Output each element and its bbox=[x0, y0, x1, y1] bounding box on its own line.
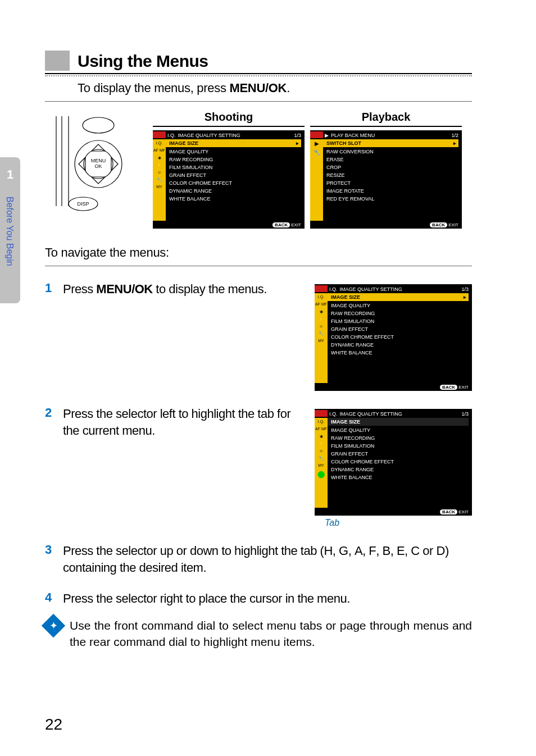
shooting-menu-screenshot: I.Q.IMAGE QUALITY SETTING 1/3 I.Q. AF MF… bbox=[153, 130, 305, 229]
svg-text:DISP: DISP bbox=[77, 201, 89, 207]
svg-text:MENU: MENU bbox=[91, 158, 106, 163]
step1-menu-screenshot: I.Q.IMAGE QUALITY SETTING 1/3 I.Q. AF MF… bbox=[315, 284, 472, 391]
playback-menu-screenshot: ▶PLAY BACK MENU 1/2 ▶ 🔧 SWITCH SLOT▸ RAW… bbox=[310, 130, 462, 229]
step-3: 3 Press the selector up or down to highl… bbox=[45, 543, 472, 576]
step-number: 1 bbox=[45, 281, 56, 391]
note-icon: ✦ bbox=[42, 614, 65, 637]
chapter-side-tab: 1 Before You Begin bbox=[0, 157, 20, 303]
step-text: Press the selector left to highlight the… bbox=[63, 406, 308, 528]
title-block-decor bbox=[45, 51, 70, 71]
dotted-rule bbox=[45, 73, 472, 76]
section-title-row: Using the Menus bbox=[45, 51, 472, 74]
svg-text:OK: OK bbox=[94, 163, 102, 169]
playback-panel: Playback ▶PLAY BACK MENU 1/2 ▶ 🔧 SWITCH … bbox=[310, 111, 462, 229]
shooting-panel: Shooting I.Q.IMAGE QUALITY SETTING 1/3 I… bbox=[153, 111, 305, 229]
note-text: Use the front command dial to select men… bbox=[70, 617, 472, 650]
section-subtitle: To display the menus, press MENU/OK. bbox=[78, 81, 472, 95]
step-number: 3 bbox=[45, 543, 56, 576]
divider bbox=[45, 101, 472, 102]
page-number: 22 bbox=[45, 716, 62, 734]
tab-caption: Tab bbox=[325, 518, 472, 528]
svg-point-0 bbox=[83, 117, 114, 133]
divider bbox=[45, 266, 472, 266]
step2-menu-screenshot: I.Q.IMAGE QUALITY SETTING 1/3 I.Q. AF MF… bbox=[315, 409, 472, 516]
step-number: 4 bbox=[45, 590, 56, 607]
chapter-label: Before You Begin bbox=[4, 197, 15, 266]
shooting-header: Shooting bbox=[153, 111, 305, 127]
playback-header: Playback bbox=[310, 111, 462, 127]
step-text: Press the selector right to place the cu… bbox=[63, 590, 472, 607]
step-1: 1 Press MENU/OK to display the menus. I.… bbox=[45, 281, 472, 391]
camera-back-illustration: MENU OK DISP bbox=[45, 111, 147, 212]
section-title: Using the Menus bbox=[78, 52, 208, 71]
step-text: Press MENU/OK to display the menus. bbox=[63, 281, 308, 391]
note: ✦ Use the front command dial to select m… bbox=[45, 617, 472, 650]
chapter-number: 1 bbox=[0, 167, 20, 182]
step-4: 4 Press the selector right to place the … bbox=[45, 590, 472, 607]
navigate-heading: To navigate the menus: bbox=[45, 245, 472, 260]
step-number: 2 bbox=[45, 406, 56, 528]
step-2: 2 Press the selector left to highlight t… bbox=[45, 406, 472, 528]
step-text: Press the selector up or down to highlig… bbox=[63, 543, 472, 576]
